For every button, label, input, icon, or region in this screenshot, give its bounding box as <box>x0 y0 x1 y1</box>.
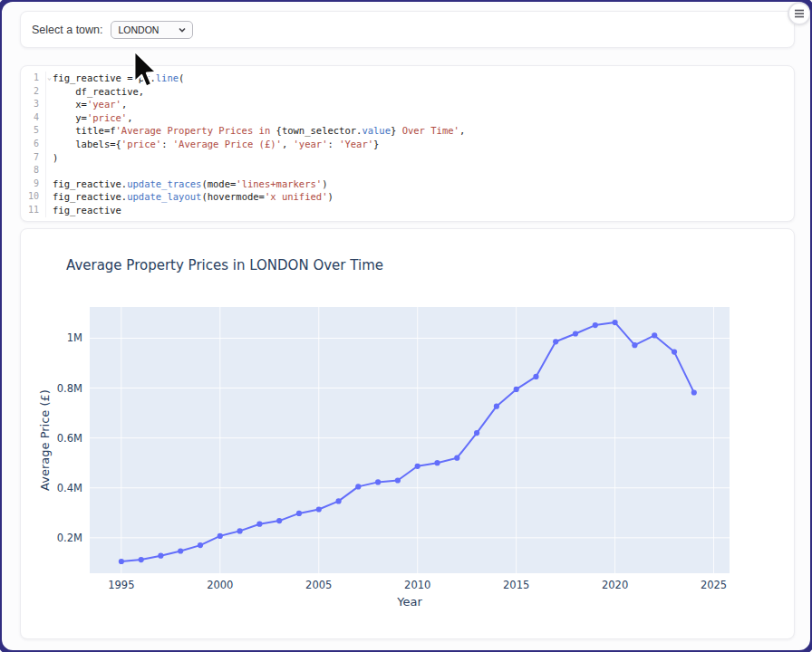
code-text: fig_reactive <box>46 204 121 217</box>
y-tick-label: 1M <box>67 331 82 344</box>
data-point-marker[interactable] <box>553 339 558 344</box>
data-point-marker[interactable] <box>474 430 479 436</box>
x-axis-title: Year <box>396 595 422 609</box>
code-line: 8 <box>21 164 794 177</box>
x-tick-label: 2015 <box>503 579 529 591</box>
x-tick-label: 2025 <box>701 579 727 591</box>
data-point-marker[interactable] <box>494 404 499 409</box>
code-line: 10fig_reactive.update_layout(hovermode='… <box>21 190 794 204</box>
data-point-marker[interactable] <box>375 479 381 484</box>
code-text: x='year', <box>46 98 127 111</box>
line-number: 5 <box>21 124 46 138</box>
line-number: 9 <box>21 177 46 191</box>
data-point-marker[interactable] <box>434 460 440 465</box>
x-tick-label: 2005 <box>305 579 332 591</box>
line-number: 7 <box>21 151 46 165</box>
data-point-marker[interactable] <box>296 511 302 516</box>
data-point-marker[interactable] <box>355 484 361 489</box>
data-point-marker[interactable] <box>672 350 677 355</box>
code-line: 2 df_reactive, <box>21 85 794 99</box>
town-selector-label: Select a town: <box>32 24 103 36</box>
town-dropdown[interactable]: LONDON <box>111 21 193 39</box>
data-point-marker[interactable] <box>593 322 598 328</box>
y-tick-label: 0.8M <box>57 382 82 395</box>
data-point-marker[interactable] <box>691 389 697 395</box>
code-text: df_reactive, <box>46 85 144 99</box>
data-point-marker[interactable] <box>533 374 538 379</box>
data-point-marker[interactable] <box>336 498 342 503</box>
code-cell[interactable]: 1⌄fig_reactive = px.line(2 df_reactive,3… <box>20 65 795 222</box>
notebook-menu-button[interactable] <box>788 2 811 25</box>
data-point-marker[interactable] <box>415 464 420 469</box>
code-line: 4 y='price', <box>21 111 794 125</box>
line-number: 8 <box>21 164 46 177</box>
y-tick-label: 0.6M <box>57 432 82 445</box>
code-editor[interactable]: 1⌄fig_reactive = px.line(2 df_reactive,3… <box>21 72 794 217</box>
chart-output-cell: 19952000200520102015202020250.2M0.4M0.6M… <box>20 228 795 639</box>
chevron-down-icon <box>178 25 187 34</box>
y-tick-label: 0.4M <box>57 482 82 494</box>
town-selector-cell: Select a town: LONDON <box>20 11 795 48</box>
code-text: y='price', <box>46 111 133 125</box>
data-point-marker[interactable] <box>632 342 637 348</box>
line-number: 3 <box>21 98 46 111</box>
data-point-marker[interactable] <box>237 528 243 533</box>
y-tick-label: 0.2M <box>57 532 82 544</box>
code-text: ) <box>46 151 58 165</box>
hamburger-icon <box>794 9 805 18</box>
x-tick-label: 2010 <box>404 579 430 591</box>
code-line: 11fig_reactive <box>21 204 794 217</box>
data-point-marker[interactable] <box>256 522 262 527</box>
line-number: 2 <box>21 85 46 99</box>
code-line: 7) <box>21 151 794 165</box>
code-line: 6 labels={'price': 'Average Price (£)', … <box>21 138 794 151</box>
code-line: 9fig_reactive.update_traces(mode='lines+… <box>21 177 794 191</box>
data-point-marker[interactable] <box>158 553 163 559</box>
line-number: 10 <box>21 190 46 204</box>
chart-title: Average Property Prices in LONDON Over T… <box>66 257 383 273</box>
code-line: 5 title=f'Average Property Prices in {to… <box>21 124 794 138</box>
code-text: labels={'price': 'Average Price (£)', 'y… <box>46 138 379 151</box>
data-point-marker[interactable] <box>119 559 124 564</box>
data-point-marker[interactable] <box>454 455 459 461</box>
data-point-marker[interactable] <box>178 548 183 553</box>
code-text: fig_reactive = px.line( <box>46 72 184 85</box>
code-line: 1⌄fig_reactive = px.line( <box>21 72 794 85</box>
town-dropdown-value: LONDON <box>119 24 160 35</box>
data-point-marker[interactable] <box>573 331 578 336</box>
code-line: 3 x='year', <box>21 98 794 111</box>
data-point-marker[interactable] <box>218 533 223 539</box>
data-point-marker[interactable] <box>652 332 657 338</box>
line-number: 6 <box>21 138 46 151</box>
code-text: fig_reactive.update_layout(hovermode='x … <box>46 190 334 204</box>
plotly-line-chart[interactable]: 19952000200520102015202020250.2M0.4M0.6M… <box>21 229 796 640</box>
code-text: fig_reactive.update_traces(mode='lines+m… <box>46 177 327 191</box>
data-point-marker[interactable] <box>514 387 519 392</box>
data-point-marker[interactable] <box>316 506 322 512</box>
code-text <box>46 164 53 177</box>
x-tick-label: 2020 <box>602 579 628 591</box>
code-text: title=f'Average Property Prices in {town… <box>46 124 465 138</box>
x-tick-label: 1995 <box>108 579 134 591</box>
data-point-marker[interactable] <box>613 320 618 325</box>
x-tick-label: 2000 <box>207 579 233 591</box>
line-number: 4 <box>21 111 46 125</box>
data-point-marker[interactable] <box>139 557 144 562</box>
fold-arrow-icon[interactable]: ⌄ <box>46 72 52 85</box>
line-number: 1⌄ <box>21 72 46 85</box>
data-point-marker[interactable] <box>276 518 282 523</box>
data-point-marker[interactable] <box>395 477 401 483</box>
data-point-marker[interactable] <box>198 542 203 548</box>
y-axis-title: Average Price (£) <box>38 389 52 491</box>
line-number: 11 <box>21 204 46 217</box>
